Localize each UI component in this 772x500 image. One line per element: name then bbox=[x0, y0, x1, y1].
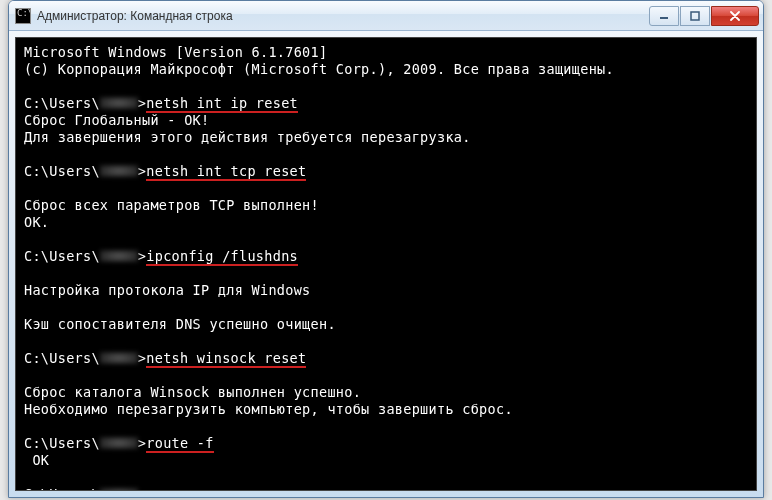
terminal-line: Настройка протокола IP для Windows bbox=[24, 282, 748, 299]
redacted-username bbox=[100, 97, 138, 109]
redacted-username bbox=[100, 165, 138, 177]
prompt-prefix: C:\Users\ bbox=[24, 435, 100, 451]
prompt-suffix: > bbox=[138, 486, 146, 491]
typed-command: netsh int ip reset bbox=[146, 95, 298, 111]
terminal-line: Сброс каталога Winsock выполнен успешно. bbox=[24, 384, 748, 401]
command-prompt-window: C:\ Администратор: Командная строка Micr… bbox=[8, 0, 764, 498]
svg-rect-0 bbox=[660, 17, 668, 19]
terminal-line bbox=[24, 418, 748, 435]
typed-command: netsh int tcp reset bbox=[146, 163, 306, 179]
terminal-line: Сброс Глобальный - ОК! bbox=[24, 112, 748, 129]
terminal-output[interactable]: Microsoft Windows [Version 6.1.7601](c) … bbox=[15, 37, 757, 491]
prompt-prefix: C:\Users\ bbox=[24, 248, 100, 264]
redacted-username bbox=[100, 437, 138, 449]
terminal-line: C:\Users\>ipconfig /flushdns bbox=[24, 248, 748, 265]
terminal-line: ОК. bbox=[24, 214, 748, 231]
terminal-line: OK bbox=[24, 452, 748, 469]
close-button[interactable] bbox=[711, 6, 759, 26]
prompt-prefix: C:\Users\ bbox=[24, 350, 100, 366]
window-controls bbox=[649, 6, 759, 26]
terminal-line: Необходимо перезагрузить компьютер, чтоб… bbox=[24, 401, 748, 418]
terminal-line: Сброс всех параметров TCP выполнен! bbox=[24, 197, 748, 214]
terminal-line bbox=[24, 469, 748, 486]
terminal-line: C:\Users\>netsh winsock reset bbox=[24, 350, 748, 367]
typed-command: netsh winsock reset bbox=[146, 350, 306, 366]
terminal-line bbox=[24, 78, 748, 95]
redacted-username bbox=[100, 250, 138, 262]
terminal-line: Microsoft Windows [Version 6.1.7601] bbox=[24, 44, 748, 61]
redacted-username bbox=[100, 488, 138, 491]
window-title: Администратор: Командная строка bbox=[37, 9, 649, 23]
prompt-prefix: C:\Users\ bbox=[24, 163, 100, 179]
app-icon: C:\ bbox=[15, 8, 31, 24]
typed-command: route -f bbox=[146, 435, 213, 451]
terminal-line: C:\Users\>netsh int ip reset bbox=[24, 95, 748, 112]
svg-rect-1 bbox=[691, 12, 699, 20]
redacted-username bbox=[100, 352, 138, 364]
terminal-line: C:\Users\> bbox=[24, 486, 748, 491]
terminal-line bbox=[24, 146, 748, 163]
maximize-button[interactable] bbox=[680, 6, 710, 26]
terminal-line: Для завершения этого действия требуется … bbox=[24, 129, 748, 146]
terminal-line bbox=[24, 265, 748, 282]
typed-command: ipconfig /flushdns bbox=[146, 248, 298, 264]
terminal-line bbox=[24, 299, 748, 316]
terminal-line: Кэш сопоставителя DNS успешно очищен. bbox=[24, 316, 748, 333]
prompt-prefix: C:\Users\ bbox=[24, 95, 100, 111]
terminal-line bbox=[24, 231, 748, 248]
prompt-prefix: C:\Users\ bbox=[24, 486, 100, 491]
terminal-line: C:\Users\>netsh int tcp reset bbox=[24, 163, 748, 180]
terminal-line: C:\Users\>route -f bbox=[24, 435, 748, 452]
titlebar[interactable]: C:\ Администратор: Командная строка bbox=[9, 1, 763, 31]
terminal-line bbox=[24, 333, 748, 350]
terminal-line bbox=[24, 367, 748, 384]
terminal-line: (c) Корпорация Майкрософт (Microsoft Cor… bbox=[24, 61, 748, 78]
terminal-line bbox=[24, 180, 748, 197]
minimize-button[interactable] bbox=[649, 6, 679, 26]
